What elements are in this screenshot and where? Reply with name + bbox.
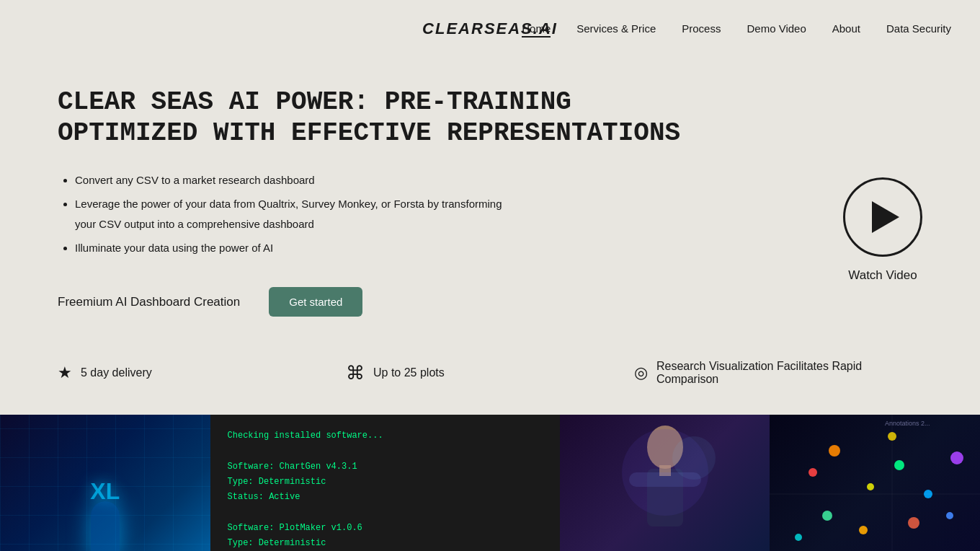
terminal-line-1	[228, 445, 543, 459]
features-row: ★ 5 day delivery ⌘ Up to 25 plots ◎ Rese…	[0, 345, 980, 407]
terminal-line-4: Status: Active	[228, 490, 543, 504]
get-started-button[interactable]: Get started	[269, 287, 362, 317]
finger-hint	[91, 501, 120, 551]
watch-video-label: Watch Video	[848, 268, 917, 283]
panel-terminal: Checking installed software... Software:…	[210, 415, 560, 551]
terminal-line-0: Checking installed software...	[228, 429, 543, 443]
panel-tech-hand: XL	[0, 415, 210, 551]
infinity-icon: ⌘	[346, 362, 365, 384]
svg-point-9	[894, 460, 904, 470]
svg-point-15	[908, 517, 919, 529]
terminal-line-5	[228, 506, 543, 519]
hero-bullets: Convert any CSV to a market research das…	[58, 170, 504, 258]
star-icon: ★	[58, 363, 72, 382]
images-row: XL Checking installed software... Softwa…	[0, 415, 980, 551]
play-button[interactable]	[843, 177, 922, 257]
panel-dataviz: Annotations 2...	[770, 415, 980, 551]
svg-point-11	[950, 451, 963, 464]
svg-point-5	[672, 436, 716, 480]
cta-row: Freemium AI Dashboard Creation Get start…	[58, 287, 504, 317]
hero-left: Convert any CSV to a market research das…	[58, 170, 504, 324]
terminal-line-3: Type: Deterministic	[228, 475, 543, 489]
hero-content: Convert any CSV to a market research das…	[58, 170, 922, 324]
svg-point-14	[859, 526, 868, 534]
check-circle-icon: ◎	[634, 363, 648, 382]
dataviz-svg: Annotations 2...	[770, 415, 980, 551]
svg-point-7	[829, 445, 840, 457]
svg-point-18	[795, 534, 802, 541]
dataviz-dots: Annotations 2...	[770, 415, 980, 551]
terminal-line-2: Software: ChartGen v4.3.1	[228, 460, 543, 474]
nav-item-demo-video[interactable]: Demo Video	[747, 22, 806, 35]
hero-title: CLEAR SEAS AI POWER: PRE-TRAINING OPTIMI…	[58, 87, 706, 149]
terminal-line-7: Type: Deterministic	[228, 537, 543, 550]
nav-item-process[interactable]: Process	[682, 22, 721, 35]
svg-point-8	[867, 483, 874, 490]
terminal-line-6: Software: PlotMaker v1.0.6	[228, 521, 543, 535]
feature-research-text: Research Visualization Facilitates Rapid…	[656, 360, 922, 386]
feature-research: ◎ Research Visualization Facilitates Rap…	[634, 360, 922, 386]
feature-delivery-text: 5 day delivery	[81, 366, 152, 379]
panel-man	[560, 415, 770, 551]
cta-label: Freemium AI Dashboard Creation	[58, 295, 240, 309]
svg-point-16	[946, 512, 953, 519]
feature-plots: ⌘ Up to 25 plots	[346, 362, 634, 384]
nav-item-data-security[interactable]: Data Security	[886, 22, 951, 35]
bullet-2: Leverage the power of your data from Qua…	[75, 194, 504, 235]
nav-links: Home Services & Price Process Demo Video…	[522, 22, 951, 35]
svg-point-13	[822, 511, 832, 521]
feature-delivery: ★ 5 day delivery	[58, 363, 346, 382]
bullet-3: Illuminate your data using the power of …	[75, 238, 504, 259]
hero-right: Watch Video	[843, 177, 922, 283]
bullet-1: Convert any CSV to a market research das…	[75, 170, 504, 191]
nav-item-services-price[interactable]: Services & Price	[576, 22, 656, 35]
svg-text:Annotations 2...: Annotations 2...	[885, 420, 930, 427]
nav-item-about[interactable]: About	[832, 22, 860, 35]
svg-point-6	[808, 468, 817, 477]
hero-section: CLEAR SEAS AI POWER: PRE-TRAINING OPTIMI…	[0, 58, 980, 345]
play-triangle-icon	[872, 201, 899, 233]
navbar: CLEARSEAS.AI Home Services & Price Proce…	[0, 0, 980, 58]
nav-logo[interactable]: CLEARSEAS.AI	[422, 19, 558, 38]
man-svg	[607, 415, 723, 551]
feature-plots-text: Up to 25 plots	[373, 366, 445, 379]
